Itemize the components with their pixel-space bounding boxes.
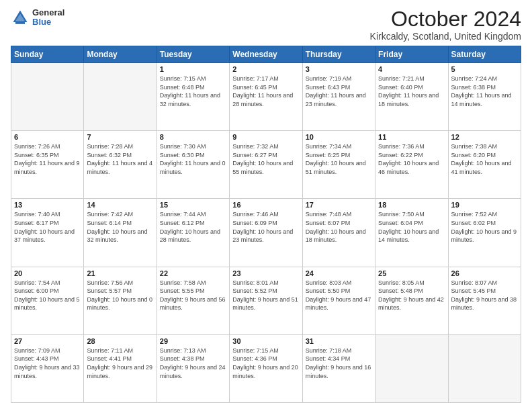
day-number: 5 bbox=[451, 65, 518, 73]
col-sunday: Sunday bbox=[11, 46, 84, 63]
calendar-table: Sunday Monday Tuesday Wednesday Thursday… bbox=[11, 46, 521, 403]
day-info: Sunrise: 7:34 AMSunset: 6:25 PMDaylight:… bbox=[306, 142, 372, 176]
day-info: Sunrise: 7:40 AMSunset: 6:17 PMDaylight:… bbox=[14, 210, 81, 244]
day-number: 15 bbox=[160, 201, 226, 209]
day-number: 24 bbox=[306, 269, 372, 277]
table-row: 12Sunrise: 7:38 AMSunset: 6:20 PMDayligh… bbox=[448, 131, 521, 199]
table-row: 26Sunrise: 8:07 AMSunset: 5:45 PMDayligh… bbox=[448, 267, 521, 334]
day-number: 6 bbox=[14, 133, 81, 141]
title-block: October 2024 Kirkcaldy, Scotland, United… bbox=[370, 8, 521, 42]
svg-rect-2 bbox=[15, 22, 25, 24]
day-info: Sunrise: 7:15 AMSunset: 4:36 PMDaylight:… bbox=[232, 347, 299, 380]
calendar-week-0: 1Sunrise: 7:15 AMSunset: 6:48 PMDaylight… bbox=[11, 63, 521, 131]
table-row: 21Sunrise: 7:56 AMSunset: 5:57 PMDayligh… bbox=[84, 267, 157, 334]
table-row: 7Sunrise: 7:28 AMSunset: 6:32 PMDaylight… bbox=[84, 131, 157, 199]
table-row: 1Sunrise: 7:15 AMSunset: 6:48 PMDaylight… bbox=[157, 63, 229, 131]
calendar-week-3: 20Sunrise: 7:54 AMSunset: 6:00 PMDayligh… bbox=[11, 267, 521, 334]
day-info: Sunrise: 8:03 AMSunset: 5:50 PMDaylight:… bbox=[306, 279, 372, 312]
day-number: 8 bbox=[160, 133, 226, 141]
table-row: 15Sunrise: 7:44 AMSunset: 6:12 PMDayligh… bbox=[157, 199, 229, 267]
col-saturday: Saturday bbox=[448, 46, 521, 63]
day-number: 13 bbox=[14, 201, 81, 209]
day-number: 30 bbox=[232, 337, 299, 345]
day-number: 2 bbox=[232, 65, 299, 73]
day-info: Sunrise: 7:19 AMSunset: 6:43 PMDaylight:… bbox=[306, 75, 372, 108]
table-row: 17Sunrise: 7:48 AMSunset: 6:07 PMDayligh… bbox=[302, 199, 375, 267]
table-row: 11Sunrise: 7:36 AMSunset: 6:22 PMDayligh… bbox=[375, 131, 448, 199]
table-row: 3Sunrise: 7:19 AMSunset: 6:43 PMDaylight… bbox=[302, 63, 375, 131]
day-number: 10 bbox=[306, 133, 372, 141]
day-number: 29 bbox=[160, 337, 226, 345]
day-info: Sunrise: 7:32 AMSunset: 6:27 PMDaylight:… bbox=[232, 142, 299, 176]
day-info: Sunrise: 7:44 AMSunset: 6:12 PMDaylight:… bbox=[160, 210, 226, 244]
day-number: 7 bbox=[87, 133, 153, 141]
day-info: Sunrise: 8:01 AMSunset: 5:52 PMDaylight:… bbox=[232, 279, 299, 312]
table-row: 28Sunrise: 7:11 AMSunset: 4:41 PMDayligh… bbox=[84, 334, 157, 402]
day-info: Sunrise: 7:58 AMSunset: 5:55 PMDaylight:… bbox=[160, 279, 226, 312]
col-wednesday: Wednesday bbox=[230, 46, 302, 63]
day-info: Sunrise: 7:09 AMSunset: 4:43 PMDaylight:… bbox=[14, 347, 81, 380]
day-info: Sunrise: 7:48 AMSunset: 6:07 PMDaylight:… bbox=[306, 210, 372, 244]
table-row: 25Sunrise: 8:05 AMSunset: 5:48 PMDayligh… bbox=[375, 267, 448, 334]
day-info: Sunrise: 7:56 AMSunset: 5:57 PMDaylight:… bbox=[87, 279, 153, 312]
day-info: Sunrise: 7:52 AMSunset: 6:02 PMDaylight:… bbox=[451, 210, 518, 244]
page: General Blue October 2024 Kirkcaldy, Sco… bbox=[0, 0, 532, 411]
col-monday: Monday bbox=[84, 46, 157, 63]
logo-text: General Blue bbox=[32, 8, 64, 28]
table-row: 20Sunrise: 7:54 AMSunset: 6:00 PMDayligh… bbox=[11, 267, 84, 334]
day-number: 11 bbox=[378, 133, 445, 141]
day-info: Sunrise: 7:17 AMSunset: 6:45 PMDaylight:… bbox=[232, 75, 299, 108]
table-row: 29Sunrise: 7:13 AMSunset: 4:38 PMDayligh… bbox=[157, 334, 229, 402]
logo-icon bbox=[11, 8, 30, 27]
day-info: Sunrise: 8:07 AMSunset: 5:45 PMDaylight:… bbox=[451, 279, 518, 312]
day-info: Sunrise: 7:13 AMSunset: 4:38 PMDaylight:… bbox=[160, 347, 226, 380]
day-number: 12 bbox=[451, 133, 518, 141]
day-info: Sunrise: 7:30 AMSunset: 6:30 PMDaylight:… bbox=[160, 142, 226, 176]
calendar-title: October 2024 bbox=[370, 8, 521, 30]
day-number: 26 bbox=[451, 269, 518, 277]
table-row bbox=[448, 334, 521, 402]
day-info: Sunrise: 7:21 AMSunset: 6:40 PMDaylight:… bbox=[378, 75, 445, 108]
day-number: 23 bbox=[232, 269, 299, 277]
day-info: Sunrise: 7:24 AMSunset: 6:38 PMDaylight:… bbox=[451, 75, 518, 108]
day-info: Sunrise: 7:36 AMSunset: 6:22 PMDaylight:… bbox=[378, 142, 445, 176]
table-row: 24Sunrise: 8:03 AMSunset: 5:50 PMDayligh… bbox=[302, 267, 375, 334]
col-thursday: Thursday bbox=[302, 46, 375, 63]
day-info: Sunrise: 7:50 AMSunset: 6:04 PMDaylight:… bbox=[378, 210, 445, 244]
table-row: 9Sunrise: 7:32 AMSunset: 6:27 PMDaylight… bbox=[230, 131, 302, 199]
day-info: Sunrise: 7:54 AMSunset: 6:00 PMDaylight:… bbox=[14, 279, 81, 312]
day-info: Sunrise: 7:11 AMSunset: 4:41 PMDaylight:… bbox=[87, 347, 153, 380]
day-info: Sunrise: 7:18 AMSunset: 4:34 PMDaylight:… bbox=[306, 347, 372, 380]
calendar-header-row: Sunday Monday Tuesday Wednesday Thursday… bbox=[11, 46, 521, 63]
day-info: Sunrise: 7:15 AMSunset: 6:48 PMDaylight:… bbox=[160, 75, 226, 108]
table-row: 6Sunrise: 7:26 AMSunset: 6:35 PMDaylight… bbox=[11, 131, 84, 199]
day-number: 21 bbox=[87, 269, 153, 277]
table-row: 16Sunrise: 7:46 AMSunset: 6:09 PMDayligh… bbox=[230, 199, 302, 267]
col-friday: Friday bbox=[375, 46, 448, 63]
day-number: 1 bbox=[160, 65, 226, 73]
table-row: 31Sunrise: 7:18 AMSunset: 4:34 PMDayligh… bbox=[302, 334, 375, 402]
calendar-location: Kirkcaldy, Scotland, United Kingdom bbox=[370, 31, 521, 42]
logo-blue-text: Blue bbox=[32, 17, 64, 27]
table-row bbox=[84, 63, 157, 131]
logo-general-text: General bbox=[32, 8, 64, 17]
table-row: 22Sunrise: 7:58 AMSunset: 5:55 PMDayligh… bbox=[157, 267, 229, 334]
table-row: 13Sunrise: 7:40 AMSunset: 6:17 PMDayligh… bbox=[11, 199, 84, 267]
table-row: 10Sunrise: 7:34 AMSunset: 6:25 PMDayligh… bbox=[302, 131, 375, 199]
day-number: 19 bbox=[451, 201, 518, 209]
day-info: Sunrise: 8:05 AMSunset: 5:48 PMDaylight:… bbox=[378, 279, 445, 312]
table-row: 23Sunrise: 8:01 AMSunset: 5:52 PMDayligh… bbox=[230, 267, 302, 334]
calendar-week-1: 6Sunrise: 7:26 AMSunset: 6:35 PMDaylight… bbox=[11, 131, 521, 199]
day-number: 18 bbox=[378, 201, 445, 209]
table-row bbox=[11, 63, 84, 131]
table-row: 30Sunrise: 7:15 AMSunset: 4:36 PMDayligh… bbox=[230, 334, 302, 402]
table-row: 2Sunrise: 7:17 AMSunset: 6:45 PMDaylight… bbox=[230, 63, 302, 131]
day-info: Sunrise: 7:28 AMSunset: 6:32 PMDaylight:… bbox=[87, 142, 153, 176]
table-row: 8Sunrise: 7:30 AMSunset: 6:30 PMDaylight… bbox=[157, 131, 229, 199]
col-tuesday: Tuesday bbox=[157, 46, 229, 63]
table-row: 4Sunrise: 7:21 AMSunset: 6:40 PMDaylight… bbox=[375, 63, 448, 131]
calendar-week-4: 27Sunrise: 7:09 AMSunset: 4:43 PMDayligh… bbox=[11, 334, 521, 402]
day-number: 14 bbox=[87, 201, 153, 209]
day-info: Sunrise: 7:46 AMSunset: 6:09 PMDaylight:… bbox=[232, 210, 299, 244]
header: General Blue October 2024 Kirkcaldy, Sco… bbox=[11, 8, 521, 42]
